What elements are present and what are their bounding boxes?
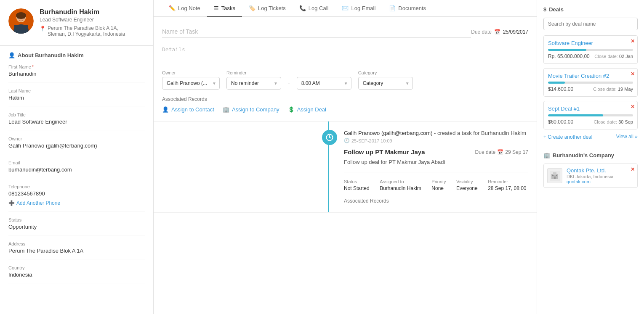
deal-icon: 💲 (288, 106, 295, 113)
company-logo (547, 168, 562, 183)
time-select-wrapper: 8.00 AM ▼ (297, 77, 351, 90)
deal-progress-fill-3 (548, 114, 603, 116)
clock-icon: 🕐 (344, 138, 350, 143)
main-content: ✏️ Log Note ☰ Tasks 🏷️ Log Tickets 📞 Log… (154, 0, 537, 314)
company-icon: 🏢 (223, 106, 229, 113)
deals-section-title: $ Deals (543, 6, 638, 13)
view-all-link[interactable]: View all » (616, 134, 638, 140)
details-input[interactable] (162, 43, 528, 62)
task-name-input[interactable] (162, 26, 471, 38)
company-section-icon: 🏢 (543, 152, 550, 158)
reminder-select[interactable]: No reminder (226, 77, 281, 90)
svg-rect-12 (554, 177, 556, 179)
deal-progress-bar-2 (548, 82, 633, 84)
activity-time: 🕐 25-SEP-2017 10:09 (344, 138, 528, 143)
activity-header: Galih Pranowo (galih@terbang.com) - crea… (344, 130, 528, 136)
tab-log-tickets[interactable]: 🏷️ Log Tickets (242, 0, 293, 17)
company-website[interactable]: qontak.com (567, 179, 613, 184)
category-col: Category Category ▼ (358, 70, 413, 90)
deal-progress-bar-1 (548, 49, 633, 51)
person-icon: 👤 (8, 52, 15, 58)
tab-tasks[interactable]: ☰ Tasks (207, 0, 242, 17)
category-select[interactable]: Category (358, 77, 413, 90)
last-name-field: Last Name Hakim (8, 88, 145, 106)
svg-rect-13 (552, 175, 554, 176)
company-section-title: 🏢 Burhanudin's Company (543, 152, 638, 158)
last-name-value: Hakim (8, 95, 145, 101)
sidebar-divider (543, 146, 638, 146)
avatar (8, 8, 34, 34)
task-card-title-row: Follow up PT Makmur Jaya Due date 📅 29 S… (344, 148, 528, 156)
address-field: Address Perum The Paradise Blok A 1A (8, 241, 145, 259)
dollar-icon: $ (543, 6, 546, 13)
tab-log-call[interactable]: 📞 Log Call (293, 0, 335, 17)
owner-label: Owner (162, 70, 220, 75)
log-note-icon: ✏️ (169, 5, 176, 11)
profile-title: Lead Software Engineer (40, 17, 125, 23)
task-form: Due date 📅 25/09/2017 Owner Galih Pranow… (154, 17, 537, 121)
profile-info: Burhanudin Hakim Lead Software Engineer … (40, 8, 125, 37)
location-icon: 📍 (40, 26, 46, 32)
deal-close-1: Close date: 02 Jan (594, 54, 633, 59)
status-meta: Status Not Started (344, 179, 371, 191)
company-name[interactable]: Qontak Pte. Ltd. (567, 167, 613, 174)
deal-amount-1: Rp. 65.000.000,00 (548, 53, 590, 59)
first-name-field: First Name* Burhanudin (8, 64, 145, 82)
visibility-meta: Visibility Everyone (456, 179, 479, 191)
tab-documents[interactable]: 📄 Documents (382, 0, 433, 17)
svg-rect-3 (14, 25, 28, 34)
associated-records: Associated Records 👤 Assign to Contact 🏢… (162, 96, 528, 113)
about-title: 👤 About Burhanudin Hakim (8, 52, 145, 58)
category-select-wrapper: Category ▼ (358, 77, 413, 90)
task-card: Follow up PT Makmur Jaya Due date 📅 29 S… (344, 148, 528, 204)
activity-icon (322, 130, 337, 145)
dash-separator: - (288, 79, 290, 90)
assign-contact-button[interactable]: 👤 Assign to Contact (162, 106, 214, 113)
deal-links-row: + Create another deal View all » (543, 134, 638, 140)
deal-title-2[interactable]: Movie Trailer Creation #2 (548, 73, 633, 79)
deal-search-input[interactable] (543, 18, 638, 30)
time-select[interactable]: 8.00 AM (297, 77, 351, 90)
deal-remove-3[interactable]: ✕ (631, 104, 635, 110)
deal-close-2: Close date: 19 May (593, 87, 633, 92)
deal-title-1[interactable]: Software Engineer (548, 40, 633, 46)
deal-progress-fill-1 (548, 49, 586, 51)
deal-title-3[interactable]: Sept Deal #1 (548, 106, 633, 112)
owner-col: Owner Galih Pranowo (... ▼ (162, 70, 220, 90)
task-name-row: Due date 📅 25/09/2017 (162, 26, 528, 38)
plus-icon: ➕ (8, 200, 15, 206)
telephone-value: 081234567890 (8, 190, 145, 197)
due-date-value: 25/09/2017 (503, 29, 528, 35)
deal-card-1: ✕ Software Engineer Rp. 65.000.000,00 Cl… (543, 35, 638, 64)
about-section: 👤 About Burhanudin Hakim First Name* Bur… (0, 46, 153, 296)
tab-log-note[interactable]: ✏️ Log Note (162, 0, 207, 17)
deal-meta-3: $60,000.00 Close date: 30 Sep (548, 119, 633, 125)
log-call-icon: 📞 (299, 5, 306, 11)
svg-rect-14 (556, 175, 557, 176)
add-phone-button[interactable]: ➕ Add Another Phone (8, 200, 145, 206)
svg-point-6 (18, 18, 19, 19)
job-title-value: Lead Software Engineer (8, 119, 145, 125)
log-email-icon: ✉️ (342, 5, 349, 11)
contact-icon: 👤 (162, 106, 169, 113)
deal-remove-1[interactable]: ✕ (631, 38, 635, 44)
assign-company-button[interactable]: 🏢 Assign to Company (223, 106, 279, 113)
documents-icon: 📄 (389, 5, 396, 11)
deal-close-3: Close date: 30 Sep (593, 119, 633, 124)
deal-meta-2: $14,600.00 Close date: 19 May (548, 86, 633, 92)
deal-remove-2[interactable]: ✕ (631, 71, 635, 77)
create-deal-link[interactable]: + Create another deal (543, 134, 592, 140)
assign-deal-button[interactable]: 💲 Assign Deal (288, 106, 326, 113)
telephone-field: Telephone 081234567890 ➕ Add Another Pho… (8, 184, 145, 211)
deal-meta-1: Rp. 65.000.000,00 Close date: 02 Jan (548, 53, 633, 59)
company-remove-button[interactable]: ✕ (631, 166, 635, 172)
svg-rect-11 (553, 172, 556, 175)
svg-point-7 (24, 18, 25, 19)
right-sidebar: $ Deals ✕ Software Engineer Rp. 65.000.0… (537, 0, 644, 314)
owner-select[interactable]: Galih Pranowo (... (162, 77, 220, 90)
country-field: Country Indonesia (8, 265, 145, 283)
tab-log-email[interactable]: ✉️ Log Email (335, 0, 382, 17)
task-card-title: Follow up PT Makmur Jaya (344, 148, 425, 156)
profile-name: Burhanudin Hakim (40, 8, 125, 16)
email-field: Email burhanudin@terbang.com (8, 160, 145, 178)
